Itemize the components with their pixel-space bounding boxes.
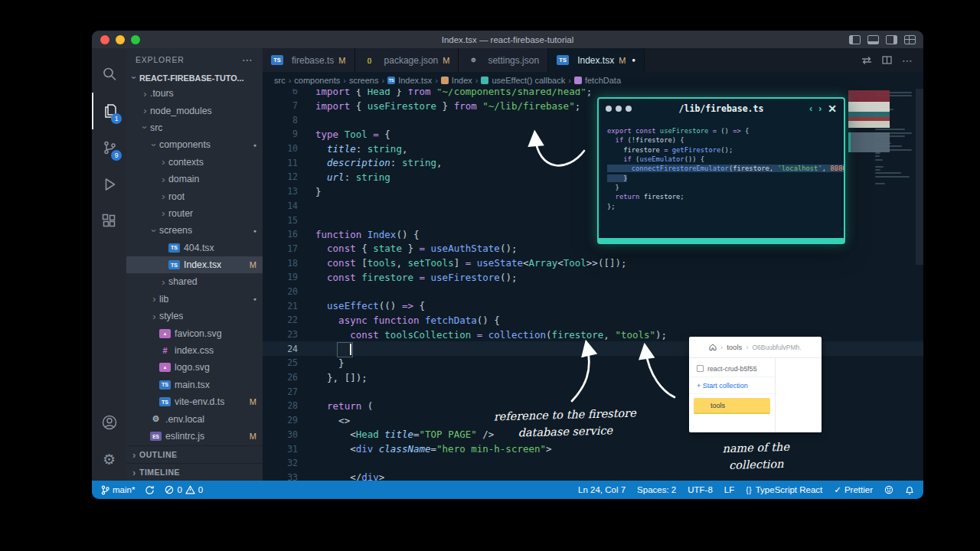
tree-item-.env.local[interactable]: ›⚙.env.local — [126, 410, 263, 427]
close-window-button[interactable] — [100, 35, 109, 44]
breadcrumb-item-src[interactable]: src — [274, 76, 286, 85]
extensions-activity-button[interactable] — [92, 203, 126, 240]
tree-item-router[interactable]: ›router — [126, 205, 263, 222]
overlay-back-icon[interactable]: ‹ — [809, 103, 812, 114]
chevron-down-icon: › — [149, 140, 159, 150]
tree-item-node_modules[interactable]: ›node_modules — [126, 102, 263, 119]
tree-item-shared[interactable]: ›shared — [126, 273, 263, 290]
more-actions-icon[interactable]: ⋯ — [902, 54, 913, 67]
encoding-status[interactable]: UTF-8 — [688, 485, 713, 494]
breadcrumb-label: Index.tsx — [398, 76, 432, 85]
branch-status[interactable]: main* — [101, 485, 135, 495]
source-control-activity-button[interactable]: 9 — [92, 129, 126, 166]
tree-item-eslintrc.js[interactable]: ›ESeslintrc.jsM — [126, 428, 263, 445]
scrollbar-thumb[interactable] — [916, 89, 923, 265]
tab-package.json[interactable]: {}package.jsonM — [355, 48, 459, 72]
switch-editor-icon[interactable] — [861, 56, 872, 65]
problems-status[interactable]: 0 0 — [165, 485, 203, 494]
bracket-guide-box — [337, 342, 353, 357]
language-mode-status[interactable]: { } TypeScript React — [746, 485, 822, 494]
settings-button[interactable]: ⚙ — [92, 441, 126, 478]
tree-item-label: favicon.svg — [175, 328, 222, 339]
eol-status[interactable]: LF — [724, 485, 734, 494]
overlay-traffic-lights — [606, 106, 632, 112]
tree-item-404.tsx[interactable]: ›TS404.tsx — [126, 240, 263, 256]
formatter-status[interactable]: ✓ Prettier — [834, 484, 873, 495]
code-line-26: 26 }, []); — [263, 370, 923, 385]
toggle-secondary-sidebar-icon[interactable] — [886, 35, 897, 44]
home-icon[interactable] — [709, 344, 717, 350]
console-breadcrumb: › tools › O6BuubfulvPMh. — [689, 337, 822, 358]
selected-collection-row[interactable]: tools — [694, 398, 770, 414]
tree-item-vite-env.d.ts[interactable]: ›TSvite-env.d.tsM — [126, 393, 263, 410]
breadcrumb-label: Index — [452, 76, 472, 85]
project-root-header[interactable]: › REACT-FIREBASE-TUTO... — [126, 70, 263, 85]
breadcrumb-item-Index[interactable]: Index — [441, 76, 472, 85]
console-collections-column: react-crud-b5f55 + Start collection tool… — [689, 358, 776, 432]
overlay-forward-icon[interactable]: › — [818, 103, 822, 114]
account-button[interactable] — [92, 404, 126, 441]
collection-annotation: name of the collection — [700, 438, 812, 475]
ts-file-icon: TS — [557, 55, 569, 65]
console-collection-crumb[interactable]: tools — [727, 343, 742, 351]
line-number: 10 — [263, 143, 298, 154]
breadcrumb-separator: › — [746, 343, 748, 351]
start-collection-button[interactable]: + Start collection — [689, 377, 775, 394]
status-bar-left: main* 0 0 — [101, 485, 203, 495]
explorer-sidebar: EXPLORER ⋯ › REACT-FIREBASE-TUTO... ›.to… — [126, 48, 263, 481]
tree-item-screens[interactable]: ›screens● — [126, 222, 263, 239]
tree-item-logo.svg[interactable]: ›▲logo.svg — [126, 359, 263, 376]
explorer-more-actions-icon[interactable]: ⋯ — [242, 54, 253, 66]
tree-item-.tours[interactable]: ›.tours — [126, 85, 263, 102]
tree-item-Index.tsx[interactable]: ›TSIndex.tsxM — [126, 256, 263, 273]
tree-item-decorations: M — [250, 397, 263, 406]
tab-firebase.ts[interactable]: TSfirebase.tsM — [263, 48, 355, 72]
toggle-sidebar-icon[interactable] — [849, 35, 861, 44]
tree-item-src[interactable]: ›src — [126, 119, 263, 136]
breadcrumb-item-Index.tsx[interactable]: TSIndex.tsx — [387, 76, 432, 85]
toggle-panel-icon[interactable] — [867, 35, 879, 44]
tree-item-components[interactable]: ›components● — [126, 136, 263, 153]
overlay-close-icon[interactable]: ✕ — [828, 103, 837, 115]
code-line-31: 31 <div className="hero min-h-screen"> — [263, 442, 923, 456]
tree-item-label: domain — [168, 174, 199, 184]
breadcrumb-item-useEffect() callback[interactable]: useEffect() callback — [481, 76, 565, 85]
tree-item-favicon.svg[interactable]: ›▲favicon.svg — [126, 324, 263, 341]
sync-button[interactable] — [145, 485, 155, 495]
overlay-code-line: export const useFirestore = () => { — [607, 126, 835, 135]
console-project-row[interactable]: react-crud-b5f55 — [689, 360, 775, 377]
console-doc-crumb[interactable]: O6BuubfulvPMh. — [752, 344, 801, 351]
tree-item-contexts[interactable]: ›contexts — [126, 154, 263, 171]
tree-item-lib[interactable]: ›lib● — [126, 291, 263, 308]
tree-item-root[interactable]: ›root — [126, 187, 263, 204]
maximize-window-button[interactable] — [131, 35, 140, 44]
customize-layout-icon[interactable] — [904, 35, 916, 44]
cursor-position-status[interactable]: Ln 24, Col 7 — [578, 485, 626, 494]
explorer-activity-button[interactable]: 1 — [92, 93, 126, 129]
notifications-button[interactable] — [905, 485, 914, 495]
firebase-code-overlay-window: /lib/firebase.ts ‹ › ✕ export const useF… — [597, 97, 845, 244]
tree-item-label: contexts — [168, 157, 204, 168]
search-activity-button[interactable] — [92, 56, 126, 93]
chevron-right-icon: › — [158, 157, 168, 167]
timeline-section-header[interactable]: › TIMELINE — [126, 463, 263, 481]
tree-item-styles[interactable]: ›styles — [126, 308, 263, 324]
tab-Index.tsx[interactable]: TSIndex.tsxM● — [548, 48, 645, 72]
tree-item-main.tsx[interactable]: ›TSmain.tsx — [126, 377, 263, 393]
tree-item-label: src — [150, 122, 162, 133]
breadcrumb-item-fetchData[interactable]: fetchData — [574, 76, 621, 85]
breadcrumb-item-screens[interactable]: screens — [349, 76, 379, 85]
tab-settings.json[interactable]: ⚙settings.json — [459, 48, 548, 72]
run-debug-activity-button[interactable] — [92, 166, 126, 203]
chevron-down-icon: › — [129, 73, 139, 83]
indentation-status[interactable]: Spaces: 2 — [637, 485, 676, 494]
split-editor-icon[interactable] — [882, 56, 892, 64]
tree-item-index.css[interactable]: ›#index.css — [126, 342, 263, 359]
code-line-24: 24 — [263, 341, 923, 356]
feedback-button[interactable] — [884, 485, 893, 494]
outline-section-header[interactable]: › OUTLINE — [126, 445, 263, 463]
tree-item-domain[interactable]: ›domain — [126, 171, 263, 187]
minimize-window-button[interactable] — [116, 35, 125, 44]
breadcrumb-item-components[interactable]: components — [294, 76, 340, 85]
breadcrumb-label: src — [274, 76, 286, 85]
